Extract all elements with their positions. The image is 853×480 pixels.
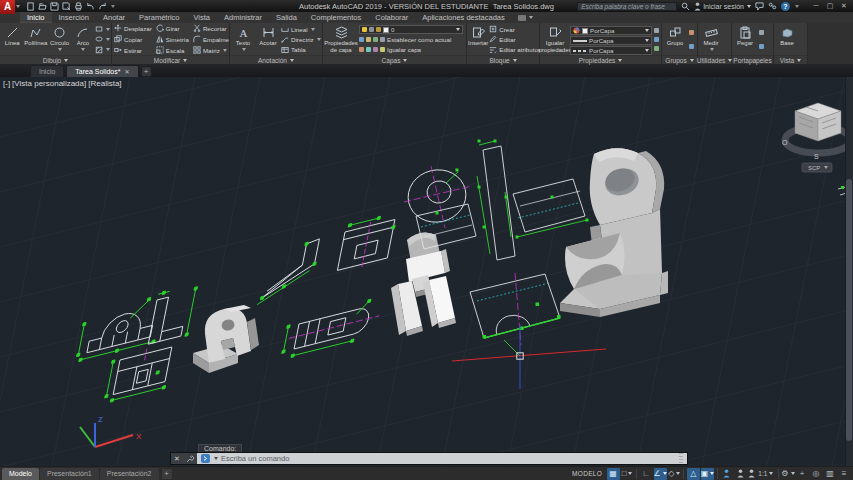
polyline-button[interactable]: Polilínea xyxy=(24,24,47,55)
layer-tool-icon[interactable] xyxy=(380,47,385,52)
viewport-menu-control[interactable]: [-] xyxy=(3,79,10,88)
property-tool-icon[interactable] xyxy=(654,46,659,51)
panel-label-dibujo[interactable]: Dibujo xyxy=(0,55,111,64)
annotation-visibility-toggle[interactable] xyxy=(720,468,733,480)
group-edit-icon[interactable] xyxy=(689,44,694,49)
table-button[interactable]: Tabla xyxy=(281,45,321,55)
search-input[interactable]: Escriba palabra clave o frase xyxy=(577,2,677,11)
panel-label-anotacion[interactable]: Anotación xyxy=(230,55,322,64)
customize-wrench-icon[interactable] xyxy=(186,455,194,463)
workspace-switching-button[interactable]: ⚙ xyxy=(781,468,794,480)
ribbon-tab-complementos[interactable]: Complementos xyxy=(304,12,368,23)
object-color-select[interactable]: PorCapa xyxy=(570,26,652,35)
ucs-icon[interactable]: X Z xyxy=(80,415,142,447)
linear-dimension-button[interactable]: Lineal xyxy=(281,24,321,34)
recent-commands-chevron-icon[interactable] xyxy=(214,457,218,460)
ribbon-tab-colaborar[interactable]: Colaborar xyxy=(368,12,415,23)
polar-tracking-toggle[interactable]: ∠ xyxy=(654,468,667,480)
2d-view-flat[interactable] xyxy=(513,179,589,239)
ribbon-tab-salida[interactable]: Salida xyxy=(269,12,304,23)
new-tab-button[interactable]: + xyxy=(141,66,152,77)
ortho-mode-toggle[interactable]: ∟ xyxy=(640,468,653,480)
annotation-scale-button[interactable]: 1:1 xyxy=(748,468,775,480)
linetype-select[interactable]: PorCapa xyxy=(570,46,652,55)
graphics-performance-button[interactable]: ▥ xyxy=(824,468,837,480)
leader-button[interactable]: Directriz xyxy=(281,34,321,44)
properties-list-icon[interactable] xyxy=(654,28,659,33)
group-button[interactable]: Grupo xyxy=(663,24,687,55)
panel-label-utilidades[interactable]: Utilidades xyxy=(698,55,731,64)
measure-button[interactable]: Medir xyxy=(699,24,723,55)
help-dropdown-icon[interactable] xyxy=(795,5,799,8)
ellipse-button[interactable] xyxy=(95,34,110,44)
ribbon-tab-administrar[interactable]: Administrar xyxy=(217,12,269,23)
search-icon[interactable] xyxy=(681,2,690,11)
stay-connected-icon[interactable] xyxy=(768,2,777,11)
stretch-button[interactable]: Estirar xyxy=(114,45,152,55)
panel-label-grupos[interactable]: Grupos xyxy=(662,55,697,64)
2d-view-bar[interactable] xyxy=(477,140,515,261)
line-button[interactable]: Línea xyxy=(1,24,23,55)
plot-icon[interactable] xyxy=(74,2,83,11)
paste-button[interactable]: Pegar xyxy=(733,24,757,55)
ribbon-tab-vista[interactable]: Vista xyxy=(187,12,218,23)
arc-button[interactable]: Arco xyxy=(72,24,94,55)
layer-select[interactable]: 0 xyxy=(359,25,463,34)
viewcube[interactable]: O S E SCP xyxy=(782,103,852,172)
ribbon-tab-inicio[interactable]: Inicio xyxy=(20,12,52,23)
undo-icon[interactable] xyxy=(86,2,95,11)
layer-properties-button[interactable]: Propiedades de capa xyxy=(324,24,358,55)
maximize-button[interactable]: ▢ xyxy=(823,2,837,10)
match-properties-button[interactable]: Igualar propiedades xyxy=(541,24,569,55)
drawing-canvas[interactable]: X Z O S E SCP xyxy=(0,77,853,466)
layout-tab-modelo[interactable]: Modelo xyxy=(2,468,39,480)
lineweight-select[interactable]: PorCapa xyxy=(570,36,652,45)
view-name-control[interactable]: [Vista personalizada] xyxy=(12,79,86,88)
ucs-dropdown-button[interactable]: SCP xyxy=(808,165,820,171)
communication-center-icon[interactable] xyxy=(755,2,764,11)
base-view-button[interactable]: Base xyxy=(775,24,799,55)
copy-clip-icon[interactable] xyxy=(759,44,764,49)
move-button[interactable]: Desplazar xyxy=(114,23,152,33)
object-snap-tracking-toggle[interactable]: △ xyxy=(687,468,700,480)
set-current-layer-button[interactable]: Establecer como actual xyxy=(387,36,451,43)
panel-label-portapapeles[interactable]: Portapapeles xyxy=(732,55,773,64)
visual-style-control[interactable]: [Realista] xyxy=(88,79,121,88)
circle-button[interactable]: Círculo xyxy=(48,24,70,55)
command-input[interactable]: Escriba un comando xyxy=(197,453,687,464)
ungroup-icon[interactable] xyxy=(689,30,694,35)
close-button[interactable]: ✕ xyxy=(837,2,851,10)
scrollbar-thumb[interactable] xyxy=(846,179,852,441)
autocad-logo[interactable]: A xyxy=(0,0,15,14)
panel-label-propiedades[interactable]: Propiedades xyxy=(540,55,661,64)
command-bar-grip[interactable] xyxy=(679,453,683,464)
isolate-objects-button[interactable]: ◎ xyxy=(810,468,823,480)
layout-tab-presentacion1[interactable]: Presentación1 xyxy=(40,468,99,480)
redo-icon[interactable] xyxy=(98,2,107,11)
save-icon[interactable] xyxy=(50,2,59,11)
text-button[interactable]: A Texto xyxy=(231,24,255,55)
mirror-button[interactable]: Simetría xyxy=(156,34,189,44)
layer-tool-icon[interactable] xyxy=(373,47,378,52)
viewcube-west-label[interactable]: O xyxy=(782,139,788,146)
ribbon-tab-parametrico[interactable]: Paramétrico xyxy=(132,12,186,23)
new-file-icon[interactable] xyxy=(26,2,35,11)
match-layer-button[interactable]: Igualar capa xyxy=(387,46,421,53)
layer-tool-icon[interactable] xyxy=(366,47,371,52)
ribbon-tab-insercion[interactable]: Inserción xyxy=(52,12,96,23)
help-icon[interactable]: ? xyxy=(781,2,790,11)
qat-dropdown-icon[interactable] xyxy=(111,5,115,8)
panel-label-modificar[interactable]: Modificar xyxy=(112,55,229,64)
hatch-button[interactable] xyxy=(95,45,110,55)
grid-display-toggle[interactable]: ▦ xyxy=(607,468,620,480)
object-snap-toggle[interactable]: ▣ xyxy=(701,468,715,480)
layer-tool-icon[interactable] xyxy=(359,37,364,42)
transparency-icon[interactable] xyxy=(654,37,659,42)
panel-label-capas[interactable]: Capas xyxy=(323,55,466,64)
panel-label-vista[interactable]: Vista xyxy=(774,55,807,64)
customization-button[interactable]: ≡ xyxy=(838,468,851,480)
minimize-button[interactable]: ─ xyxy=(809,2,823,10)
file-tab-tarea-solidos[interactable]: Tarea Solidos* ✕ xyxy=(66,65,138,77)
file-tab-inicio[interactable]: Inicio xyxy=(30,65,64,77)
rectangle-button[interactable] xyxy=(95,24,110,34)
